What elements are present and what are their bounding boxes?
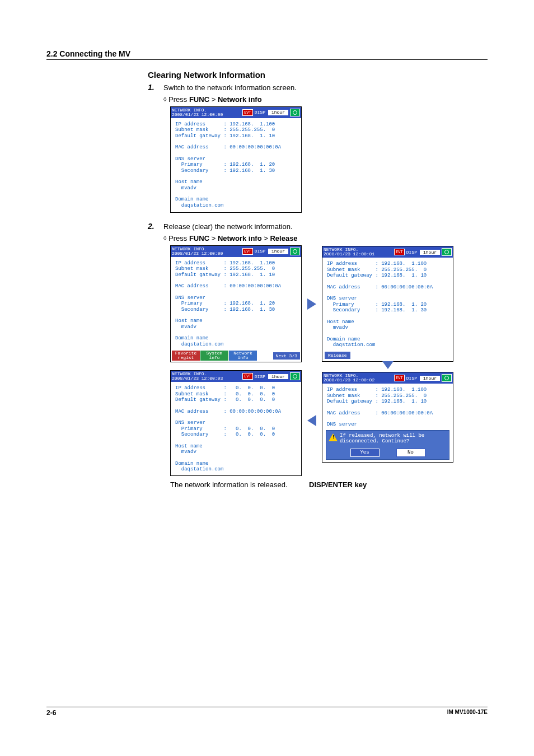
- hour-box: 1hour: [268, 374, 289, 380]
- network-info-text-top: IP address : 192.168. 1.100 Subnet mask …: [327, 387, 449, 427]
- right-column: NETWORK INFO. 2008/01/23 12:00:01 EVT DI…: [322, 246, 453, 361]
- camera-icon: [442, 248, 452, 256]
- network-info-screen-released: NETWORK INFO. 2008/01/23 12:00:03 EVT DI…: [170, 370, 302, 476]
- screen-body: IP address : 192.168. 1.100 Subnet mask …: [171, 257, 301, 351]
- diamond-icon: ◊: [163, 96, 166, 102]
- press-gt: >: [264, 234, 268, 242]
- hour-box: 1hour: [419, 249, 441, 255]
- network-info-screen-release: NETWORK INFO. 2008/01/23 12:00:01 EVT DI…: [322, 246, 453, 361]
- func-tabs: Favorite regist System info Network info…: [171, 351, 301, 362]
- disp-label: DISP: [254, 374, 266, 379]
- right-column-2: NETWORK INFO. 2008/01/23 12:00:02 EVT DI…: [322, 370, 453, 462]
- caption-row: The network information is released. DIS…: [170, 477, 495, 489]
- screen-body: IP address : 192.168. 1.100 Subnet mask …: [322, 258, 453, 351]
- diamond-icon: ◊: [163, 235, 166, 241]
- evt-badge: EVT: [242, 109, 253, 116]
- press-label: Press: [168, 234, 187, 242]
- evt-badge: EVT: [242, 373, 253, 380]
- disp-label: DISP: [405, 250, 418, 255]
- network-info-text: IP address : 192.168. 1.100 Subnet mask …: [175, 122, 298, 208]
- press-line-2: ◊ Press FUNC > Network info > Release: [163, 234, 495, 242]
- network-info-text-zero: IP address : 0. 0. 0. 0 Subnet mask : 0.…: [175, 385, 298, 472]
- release-row: Release: [322, 352, 453, 361]
- network-info-screen-tabs: NETWORK INFO. 2008/01/23 12:00:00 EVT DI…: [170, 245, 302, 362]
- screenshot-row-1: NETWORK INFO. 2008/01/23 12:00:00 EVT DI…: [170, 106, 495, 213]
- camera-icon: [290, 109, 300, 116]
- camera-icon: [290, 248, 300, 255]
- page-number: 2-6: [46, 709, 56, 717]
- network-info-text: IP address : 192.168. 1.100 Subnet mask …: [175, 260, 298, 347]
- camera-icon: [442, 374, 452, 382]
- titlebar-timestamp: 2008/01/23 12:00:00: [172, 113, 223, 117]
- tab-system[interactable]: System info: [200, 351, 228, 361]
- press-release: Release: [270, 234, 297, 242]
- screen-titlebar: NETWORK INFO. 2008/01/23 12:00:00 EVT DI…: [171, 107, 301, 118]
- network-info-screen: NETWORK INFO. 2008/01/23 12:00:00 EVT DI…: [170, 106, 302, 213]
- titlebar-timestamp: 2008/01/23 12:00:01: [324, 252, 374, 256]
- hour-box: 1hour: [268, 248, 289, 254]
- screen-body: IP address : 192.168. 1.100 Subnet mask …: [322, 384, 453, 428]
- press-label: Press: [168, 95, 187, 104]
- screen-titlebar: NETWORK INFO. 2008/01/23 12:00:03 EVT DI…: [171, 371, 301, 382]
- arrow-right-icon: [307, 298, 316, 310]
- page-content: Clearing Network Information 1. Switch t…: [148, 70, 495, 489]
- screen-titlebar: NETWORK INFO. 2008/01/23 12:00:00 EVT DI…: [171, 246, 301, 257]
- arrow-down-icon: [382, 361, 394, 369]
- step-2: 2. Release (clear) the network informati…: [148, 222, 495, 231]
- disp-label: DISP: [405, 376, 418, 381]
- tab-favorite[interactable]: Favorite regist: [172, 351, 200, 361]
- hour-box: 1hour: [419, 375, 441, 381]
- subsection-title: Clearing Network Information: [148, 70, 495, 80]
- network-info-text: IP address : 192.168. 1.100 Subnet mask …: [327, 261, 449, 348]
- dialog-yes-button[interactable]: Yes: [350, 449, 380, 456]
- step-number: 1.: [148, 83, 163, 92]
- tab-label: info: [231, 356, 255, 360]
- press-func: FUNC: [189, 234, 209, 242]
- network-info-screen-dialog: NETWORK INFO. 2008/01/23 12:00:02 EVT DI…: [322, 372, 453, 462]
- camera-icon: [290, 372, 300, 380]
- dialog-message: If released, network will be disconnecte…: [340, 433, 424, 445]
- titlebar-timestamp: 2008/01/23 12:00:02: [324, 378, 374, 382]
- tab-label: info: [202, 356, 227, 360]
- titlebar-timestamp: 2008/01/23 12:00:03: [172, 376, 223, 381]
- press-ni: Network info: [218, 95, 262, 104]
- screenshot-row-2: NETWORK INFO. 2008/01/23 12:00:00 EVT DI…: [170, 245, 495, 362]
- caption-dispenter: DISP/ENTER key: [309, 480, 367, 489]
- evt-badge: EVT: [242, 248, 253, 255]
- next-page-badge[interactable]: Next 3/3: [273, 352, 300, 360]
- press-func: FUNC: [189, 95, 209, 104]
- doc-id: IM MV1000-17E: [447, 709, 488, 717]
- screenshot-row-3: NETWORK INFO. 2008/01/23 12:00:03 EVT DI…: [170, 370, 495, 476]
- page-footer: 2-6 IM MV1000-17E: [46, 707, 488, 717]
- tab-label: regist: [174, 356, 198, 360]
- caption-released: The network information is released.: [170, 480, 309, 489]
- section-header: 2.2 Connecting the MV: [46, 49, 488, 60]
- press-gt: >: [212, 95, 216, 104]
- titlebar-timestamp: 2008/01/23 12:00:00: [172, 251, 223, 256]
- step-text: Switch to the network information screen…: [163, 83, 297, 92]
- press-line-1: ◊ Press FUNC > Network info: [163, 95, 495, 104]
- release-button[interactable]: Release: [325, 352, 350, 359]
- screen-body: IP address : 192.168. 1.100 Subnet mask …: [171, 118, 301, 212]
- step-1: 1. Switch to the network information scr…: [148, 83, 495, 92]
- evt-badge: EVT: [394, 375, 405, 381]
- confirm-dialog: If released, network will be disconnecte…: [326, 430, 449, 460]
- disp-label: DISP: [254, 110, 266, 115]
- disp-label: DISP: [254, 249, 266, 254]
- arrow-left-icon: [307, 415, 316, 426]
- hour-box: 1hour: [268, 109, 289, 115]
- press-ni: Network info: [218, 234, 262, 242]
- warning-icon: [329, 433, 338, 441]
- tab-network[interactable]: Network info: [229, 351, 257, 361]
- screen-titlebar: NETWORK INFO. 2008/01/23 12:00:02 EVT DI…: [322, 372, 453, 384]
- press-gt: >: [212, 234, 216, 242]
- step-number: 2.: [148, 222, 163, 231]
- dialog-no-button[interactable]: No: [396, 449, 425, 456]
- screen-body: IP address : 0. 0. 0. 0 Subnet mask : 0.…: [171, 382, 301, 475]
- step-text: Release (clear) the network information.: [163, 222, 293, 231]
- screen-titlebar: NETWORK INFO. 2008/01/23 12:00:01 EVT DI…: [322, 246, 453, 258]
- evt-badge: EVT: [394, 249, 405, 255]
